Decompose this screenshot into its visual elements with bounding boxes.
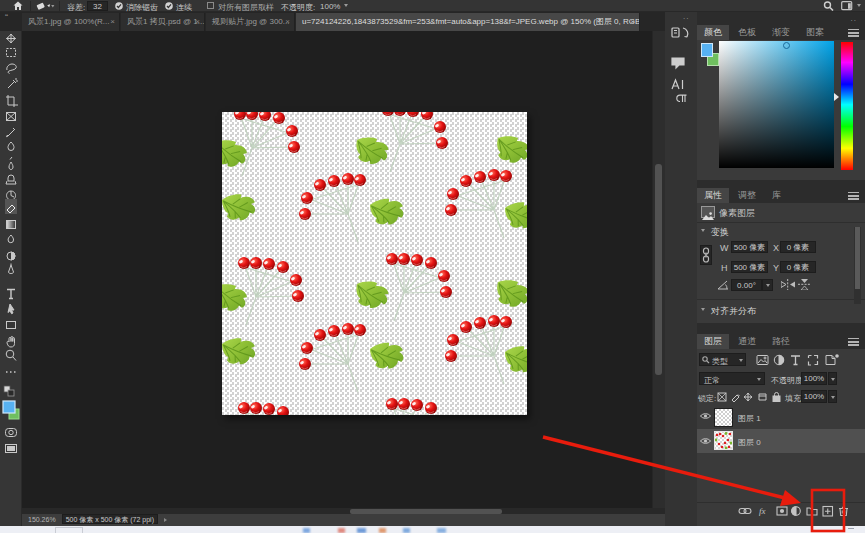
svg-text:fx: fx (759, 506, 766, 516)
